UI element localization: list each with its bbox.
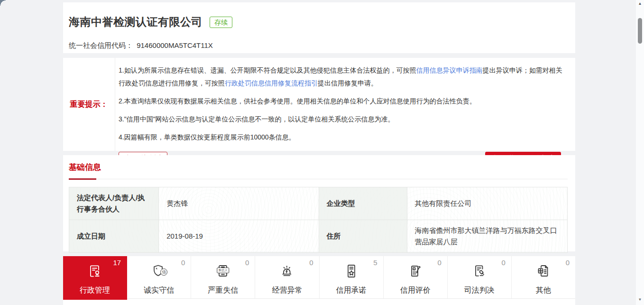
window-corner <box>0 0 6 6</box>
field-value-legal-rep: 黄杰锋 <box>159 187 319 220</box>
grid-doc-icon <box>534 262 552 280</box>
credit-character: 信 <box>160 268 167 276</box>
credit-code-value: 91460000MA5TC4T11X <box>137 41 213 49</box>
section-title: 基础信息 <box>69 163 101 172</box>
tab-label: 其他 <box>512 286 575 296</box>
tab-label: 行政管理 <box>63 286 127 296</box>
dishonest-person-tag: 失信人 <box>217 268 230 273</box>
tab-other[interactable]: 0 其他 <box>512 256 575 298</box>
field-label-founded-date: 成立日期 <box>69 220 159 253</box>
credit-code-label: 统一社会信用代码： <box>69 41 133 49</box>
table-row: 成立日期 2019-08-19 住所 海南省儋州市那大镇兰洋路与万福东路交叉口营… <box>69 220 568 253</box>
basic-info-card: 基础信息 法定代表人/负责人/执行事务合伙人 黄杰锋 企业类型 其他有限责任公司… <box>63 155 575 251</box>
company-header-card: 海南中誉检测认证有限公司 存续 统一社会信用代码： 91460000MA5TC4… <box>63 2 575 53</box>
tab-count-badge: 5 <box>373 259 377 267</box>
notice-p1-text: 提出信用修复申请。 <box>318 79 377 87</box>
dishonest-card-icon: 失信人 <box>214 262 232 280</box>
tab-label: 司法判决 <box>448 286 511 296</box>
notice-content: 1.如认为所展示信息存在错误、遗漏、公开期限不符合规定以及其他侵犯信息主体合法权… <box>119 64 568 165</box>
gavel-doc-icon <box>470 262 488 280</box>
tab-count-badge: 0 <box>566 259 570 267</box>
scroll-up-arrow[interactable]: ▲ <box>636 1 644 8</box>
notice-paragraph-1: 1.如认为所展示信息存在错误、遗漏、公开期限不符合规定以及其他侵犯信息主体合法权… <box>119 64 568 90</box>
page: 海南中誉检测认证有限公司 存续 统一社会信用代码： 91460000MA5TC4… <box>0 0 644 305</box>
tab-label: 严重失信 <box>191 286 255 296</box>
notice-p1-text: 1.如认为所展示信息存在错误、遗漏、公开期限不符合规定以及其他侵犯信息主体合法权… <box>119 66 416 74</box>
vertical-scrollbar[interactable]: ▲ ▼ <box>636 0 644 305</box>
company-name: 海南中誉检测认证有限公司 <box>69 15 202 29</box>
admin-doc-stamp-icon <box>86 262 104 280</box>
notice-paragraph-4: 4.因篇幅有限，单类数据仅按更新程度展示前10000条信息。 <box>119 131 568 144</box>
tab-count-badge: 0 <box>245 259 249 267</box>
tab-label: 诚实守信 <box>127 286 191 296</box>
tab-count-badge: 0 <box>502 259 506 267</box>
next-section-strip <box>63 299 575 305</box>
tab-business-abnormal[interactable]: 0 经营异常 <box>255 256 319 298</box>
repair-guide-link[interactable]: 行政处罚信息信用修复流程指引 <box>225 79 318 87</box>
field-value-founded-date: 2019-08-19 <box>159 220 319 253</box>
tab-count-badge: 17 <box>113 259 121 267</box>
tab-judicial-judgment[interactable]: 0 司法判决 <box>448 256 512 298</box>
appeal-guide-link[interactable]: 信用信息异议申诉指南 <box>416 66 483 74</box>
tab-count-badge: 0 <box>309 259 313 267</box>
tab-label: 信用承诺 <box>320 286 383 296</box>
tab-credit-evaluation[interactable]: 0 信用评价 <box>384 256 448 298</box>
basic-info-table: 法定代表人/负责人/执行事务合伙人 黄杰锋 企业类型 其他有限责任公司 成立日期… <box>69 187 568 253</box>
field-label-legal-rep: 法定代表人/负责人/执行事务合伙人 <box>69 187 159 220</box>
tab-label: 经营异常 <box>255 286 319 296</box>
tab-count-badge: 0 <box>437 259 441 267</box>
tab-serious-dishonesty[interactable]: 0 失信人 严重失信 <box>191 256 255 298</box>
field-label-address: 住所 <box>319 220 407 253</box>
tab-count-badge: 0 <box>181 259 185 267</box>
table-row: 法定代表人/负责人/执行事务合伙人 黄杰锋 企业类型 其他有限责任公司 <box>69 187 568 220</box>
star-doc-icon <box>342 262 360 280</box>
scrollbar-thumb[interactable] <box>638 18 642 44</box>
notice-label-column: 重要提示： <box>63 58 115 151</box>
field-value-address: 海南省儋州市那大镇兰洋路与万福东路交叉口营品家居八层 <box>407 220 567 253</box>
notice-label: 重要提示： <box>70 100 108 110</box>
field-value-company-type: 其他有限责任公司 <box>407 187 567 220</box>
alarm-icon <box>278 262 296 280</box>
section-header: 基础信息 <box>69 155 568 179</box>
scroll-down-arrow[interactable]: ▼ <box>636 297 644 304</box>
tab-label: 信用评价 <box>384 286 447 296</box>
tab-administrative-management[interactable]: 17 行政管理 <box>63 256 127 298</box>
notice-paragraph-3: 3."信用中国"网站公示信息与认定单位公示信息不一致的，以认定单位相关系统公示信… <box>119 113 568 126</box>
status-badge: 存续 <box>210 17 232 28</box>
credit-code-row: 统一社会信用代码： 91460000MA5TC4T11X <box>69 41 213 50</box>
category-tabs: 17 行政管理 0 信 <box>63 256 575 299</box>
notice-paragraph-2: 2.本查询结果仅依现有数据展示相关信息，供社会参考使用。使用相关信息的单位和个人… <box>119 95 568 108</box>
tab-credit-commitment[interactable]: 5 信用承诺 <box>320 256 384 298</box>
shield-credit-icon: 信 <box>150 262 168 280</box>
important-notice-card: 重要提示： 1.如认为所展示信息存在错误、遗漏、公开期限不符合规定以及其他侵犯信… <box>63 58 575 151</box>
edit-doc-icon <box>406 262 424 280</box>
field-label-company-type: 企业类型 <box>319 187 407 220</box>
tab-honest-trustworthy[interactable]: 0 信 诚实守信 <box>127 256 191 298</box>
